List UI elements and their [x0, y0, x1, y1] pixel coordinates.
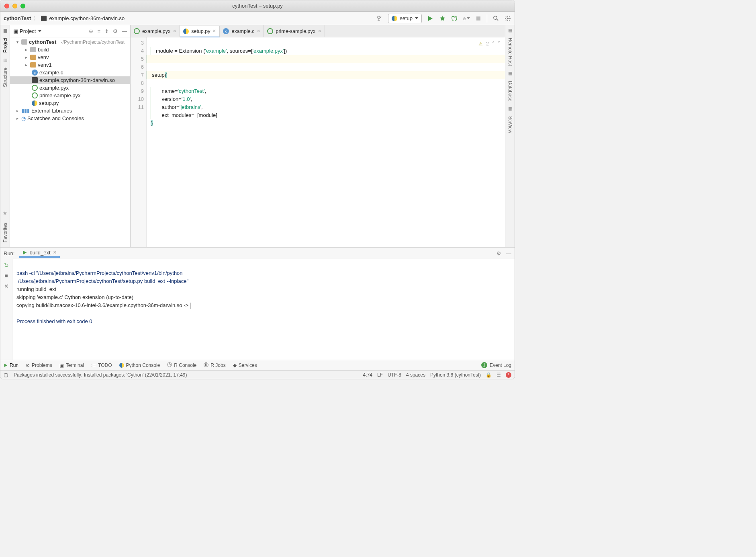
- tree-file-prime-pyx[interactable]: prime-sample.pyx: [10, 92, 130, 99]
- tree-scratches[interactable]: ▸◔Scratches and Consoles: [10, 115, 130, 122]
- indent-setting[interactable]: 4 spaces: [406, 372, 425, 378]
- run-panel-label: Run:: [4, 250, 14, 256]
- database-tool-tab[interactable]: Database: [507, 81, 513, 101]
- breadcrumb-project[interactable]: cythonTest: [4, 15, 31, 21]
- run-tab-buildext[interactable]: build_ext ✕: [19, 249, 59, 258]
- tab-example-c[interactable]: cexample.c✕: [220, 25, 264, 37]
- stop-button[interactable]: [475, 15, 482, 22]
- remote-host-tool-tab[interactable]: Remote Host: [507, 38, 513, 66]
- coverage-button[interactable]: [451, 15, 458, 22]
- r-jobs-tool-button[interactable]: ⓇR Jobs: [204, 362, 225, 369]
- locate-file-button[interactable]: ⊕: [89, 28, 93, 34]
- code-editor[interactable]: 3 4 5 6 7 8 9 10 11 module = Extension (…: [131, 37, 505, 247]
- project-tree[interactable]: ▾ cythonTest ~/PycharmProjects/cythonTes…: [10, 37, 130, 247]
- python-console-tool-button[interactable]: Python Console: [119, 362, 160, 368]
- project-settings-button[interactable]: ⚙: [113, 28, 118, 34]
- line-separator[interactable]: LF: [377, 372, 383, 378]
- expand-all-button[interactable]: ≡: [97, 28, 100, 34]
- background-tasks-icon[interactable]: ☰: [497, 372, 501, 378]
- project-tool-tab[interactable]: Project: [2, 38, 8, 53]
- collapse-all-button[interactable]: ⇟: [104, 28, 109, 34]
- run-tool-button[interactable]: Run: [4, 362, 18, 368]
- lock-icon[interactable]: 🔒: [486, 372, 492, 378]
- problems-tool-button[interactable]: ⊘Problems: [26, 362, 52, 368]
- caret-position[interactable]: 4:74: [363, 372, 372, 378]
- code-text: ,: [191, 96, 192, 102]
- tree-folder-venv1[interactable]: ▸venv1: [10, 61, 130, 69]
- close-tab-icon[interactable]: ✕: [53, 250, 57, 255]
- run-settings-button[interactable]: ⚙: [497, 250, 501, 256]
- next-highlight-button[interactable]: ˅: [498, 40, 500, 48]
- interpreter-widget[interactable]: Python 3.6 (cythonTest): [430, 372, 481, 378]
- inspection-widget[interactable]: ⚠ 2 ˄ ˅: [478, 40, 500, 48]
- expand-icon[interactable]: ▾: [15, 40, 20, 44]
- tab-example-pyx[interactable]: example.pyx✕: [131, 25, 180, 37]
- tree-file-example-c[interactable]: cexample.c: [10, 69, 130, 76]
- run-panel-header: Run: build_ext ✕ ⚙ —: [0, 248, 515, 259]
- favorites-tool-tab[interactable]: Favorites: [2, 223, 8, 242]
- status-window-icon[interactable]: ▢: [4, 372, 8, 378]
- hide-panel-button[interactable]: —: [122, 28, 127, 34]
- add-configuration-icon[interactable]: [376, 15, 383, 22]
- console-output[interactable]: bash -cl "/Users/jetbrains/PycharmProjec…: [12, 259, 515, 360]
- tree-file-setup-py[interactable]: setup.py: [10, 99, 130, 107]
- close-tab-icon[interactable]: ✕: [257, 29, 260, 34]
- chevron-down-icon: [467, 17, 470, 19]
- terminal-tool-button[interactable]: ▣Terminal: [59, 362, 84, 368]
- rerun-button[interactable]: ↻: [4, 262, 9, 268]
- tab-prime-pyx[interactable]: prime-sample.pyx✕: [264, 25, 325, 37]
- code-content[interactable]: module = Extension ('example', sources=[…: [147, 37, 505, 247]
- code-text: version=: [156, 96, 182, 102]
- error-indicator[interactable]: !: [506, 372, 511, 378]
- expand-icon[interactable]: ▸: [24, 47, 29, 52]
- close-tab-icon[interactable]: ✕: [173, 29, 176, 34]
- r-console-tool-button[interactable]: ⓇR Console: [167, 362, 196, 369]
- run-configuration-selector[interactable]: setup: [388, 14, 422, 23]
- tree-external-libs[interactable]: ▸▮▮▮External Libraries: [10, 107, 130, 115]
- close-tab-icon[interactable]: ✕: [318, 29, 321, 34]
- project-view-selector[interactable]: Project: [20, 28, 36, 34]
- stop-run-button[interactable]: ■: [4, 272, 8, 279]
- close-tab-icon[interactable]: ✕: [212, 29, 216, 34]
- project-folder-icon: [21, 39, 27, 45]
- project-rail-icon: ▆: [4, 28, 7, 33]
- breadcrumb[interactable]: cythonTest 〉 example.cpython-36m-darwin.…: [4, 15, 125, 22]
- debug-button[interactable]: [439, 15, 446, 22]
- close-run-button[interactable]: ✕: [4, 283, 9, 289]
- profile-button[interactable]: [463, 15, 470, 22]
- tree-folder-build[interactable]: ▸build: [10, 46, 130, 53]
- file-encoding[interactable]: UTF-8: [388, 372, 401, 378]
- structure-tool-tab[interactable]: Structure: [2, 68, 8, 87]
- sciview-tool-tab[interactable]: SciView: [507, 116, 513, 133]
- tree-file-so[interactable]: example.cpython-36m-darwin.so: [10, 76, 130, 84]
- tab-setup-py[interactable]: setup.py✕: [180, 26, 220, 37]
- svg-rect-3: [476, 16, 480, 20]
- tab-label: prime-sample.pyx: [276, 29, 315, 34]
- expand-icon[interactable]: ▸: [24, 63, 29, 67]
- hide-run-button[interactable]: —: [506, 250, 511, 256]
- line-number: 7: [131, 71, 144, 79]
- settings-button[interactable]: [504, 15, 511, 22]
- event-log-tool-button[interactable]: Event Log: [490, 362, 511, 368]
- btn-label: Terminal: [66, 362, 84, 368]
- cython-file-icon: [32, 85, 38, 91]
- tree-file-example-pyx[interactable]: example.pyx: [10, 84, 130, 92]
- console-line: Process finished with exit code 0: [16, 318, 92, 324]
- prev-highlight-button[interactable]: ˄: [492, 40, 494, 48]
- search-everywhere-button[interactable]: [492, 15, 499, 22]
- tree-root-path: ~/PycharmProjects/cythonTest: [59, 39, 125, 45]
- editor-gutter[interactable]: 3 4 5 6 7 8 9 10 11: [131, 37, 147, 247]
- breadcrumb-file[interactable]: example.cpython-36m-darwin.so: [49, 15, 125, 21]
- expand-icon[interactable]: ▸: [24, 55, 29, 59]
- tree-label: build: [38, 47, 49, 53]
- run-button[interactable]: [427, 15, 434, 22]
- tree-root[interactable]: ▾ cythonTest ~/PycharmProjects/cythonTes…: [10, 38, 130, 46]
- chevron-down-icon[interactable]: [38, 30, 41, 32]
- expand-icon[interactable]: ▸: [15, 116, 20, 121]
- expand-icon[interactable]: ▸: [15, 109, 20, 113]
- btn-label: Problems: [32, 362, 52, 368]
- line-number: 8: [131, 79, 144, 87]
- todo-tool-button[interactable]: ≔TODO: [91, 362, 112, 368]
- tree-folder-venv[interactable]: ▸venv: [10, 53, 130, 61]
- services-tool-button[interactable]: ◆Services: [233, 362, 257, 368]
